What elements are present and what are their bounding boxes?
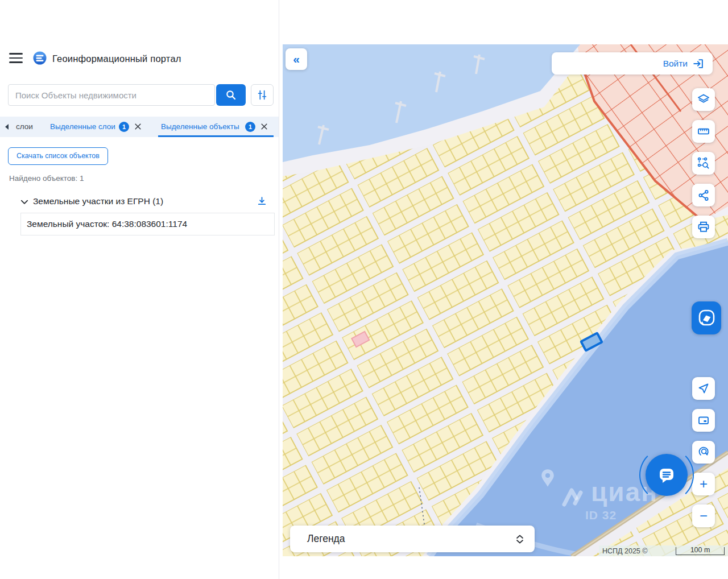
search-nearby-icon xyxy=(697,445,710,459)
menu-bar xyxy=(9,57,23,59)
app-logo-icon xyxy=(32,51,47,65)
zoom-out-button[interactable]: − xyxy=(692,504,715,527)
tab-selected-objects-close-icon[interactable] xyxy=(261,123,267,130)
tab-selected-objects-badge: 1 xyxy=(245,122,255,132)
tab-selected-objects-wrap: Выделенные объекты 1 xyxy=(158,117,274,137)
area-search-button[interactable] xyxy=(692,152,715,175)
chat-button[interactable] xyxy=(646,454,688,496)
share-button[interactable] xyxy=(692,184,715,206)
tab-selected-layers-badge: 1 xyxy=(119,122,129,132)
legend-label: Легенда xyxy=(307,533,515,545)
minimap-icon xyxy=(697,413,710,427)
search-nearby-button[interactable] xyxy=(692,441,715,464)
menu-button[interactable] xyxy=(9,53,23,63)
tab-layers[interactable]: слои xyxy=(16,122,33,131)
locate-icon xyxy=(697,382,710,395)
nspd-map-icon xyxy=(696,308,717,328)
search-filters-button[interactable] xyxy=(251,84,274,106)
layers-icon xyxy=(697,93,710,106)
login-bar[interactable]: Войти xyxy=(552,52,713,75)
locate-me-button[interactable] xyxy=(692,377,715,400)
search-button[interactable] xyxy=(216,84,246,106)
scale-bar: 100 m xyxy=(676,547,725,555)
layers-button[interactable] xyxy=(692,88,715,111)
legend-expand-icon[interactable] xyxy=(515,533,524,545)
zoom-in-button[interactable]: + xyxy=(692,473,715,495)
group-collapse-chevron-icon[interactable] xyxy=(19,197,29,206)
menu-bar xyxy=(9,61,23,63)
download-object-list-button[interactable]: Скачать список объектов xyxy=(8,147,108,165)
map-container: циан ID 32 « Войти xyxy=(283,44,728,556)
sidebar: Геоинформационный портал слои Выделенные… xyxy=(0,0,279,579)
print-icon xyxy=(697,220,710,234)
login-label: Войти xyxy=(663,59,688,69)
area-search-icon xyxy=(697,156,710,170)
search-input[interactable] xyxy=(8,84,215,106)
filters-icon xyxy=(256,89,268,101)
login-icon xyxy=(692,57,705,70)
object-list-item[interactable]: Земельный участок: 64:38:083601:1174 xyxy=(20,213,275,235)
found-objects-count: Найдено объектов: 1 xyxy=(9,174,84,183)
tab-selected-objects[interactable]: Выделенные объекты xyxy=(161,122,239,131)
measure-button[interactable] xyxy=(692,120,715,143)
print-button[interactable] xyxy=(692,216,715,238)
ruler-icon xyxy=(697,125,710,138)
tab-selected-layers[interactable]: Выделенные слои xyxy=(50,122,115,131)
object-list-item-label: Земельный участок: 64:38:083601:1174 xyxy=(21,213,274,234)
legend-bar[interactable]: Легенда xyxy=(290,526,535,552)
chat-icon xyxy=(655,464,678,486)
object-group-title[interactable]: Земельные участки из ЕГРН (1) xyxy=(33,196,163,206)
tabs-scroll-left-icon[interactable] xyxy=(3,123,10,131)
search-icon xyxy=(225,89,237,101)
page: { "app": { "title": "Геоинформационный п… xyxy=(0,0,728,579)
menu-bar xyxy=(9,53,23,55)
collapse-sidebar-button[interactable]: « xyxy=(286,48,307,70)
tab-selected-layers-close-icon[interactable] xyxy=(135,123,141,130)
group-download-icon[interactable] xyxy=(257,196,267,206)
map-attribution: НСПД 2025 © 100 m xyxy=(599,545,728,556)
attribution-text: НСПД 2025 © xyxy=(602,547,676,555)
page-title: Геоинформационный портал xyxy=(52,53,181,64)
minimap-button[interactable] xyxy=(692,409,715,432)
share-icon xyxy=(697,189,710,202)
nspd-panel-tab[interactable] xyxy=(692,301,721,334)
tab-bar: слои Выделенные слои 1 Выделенные объект… xyxy=(0,117,279,137)
